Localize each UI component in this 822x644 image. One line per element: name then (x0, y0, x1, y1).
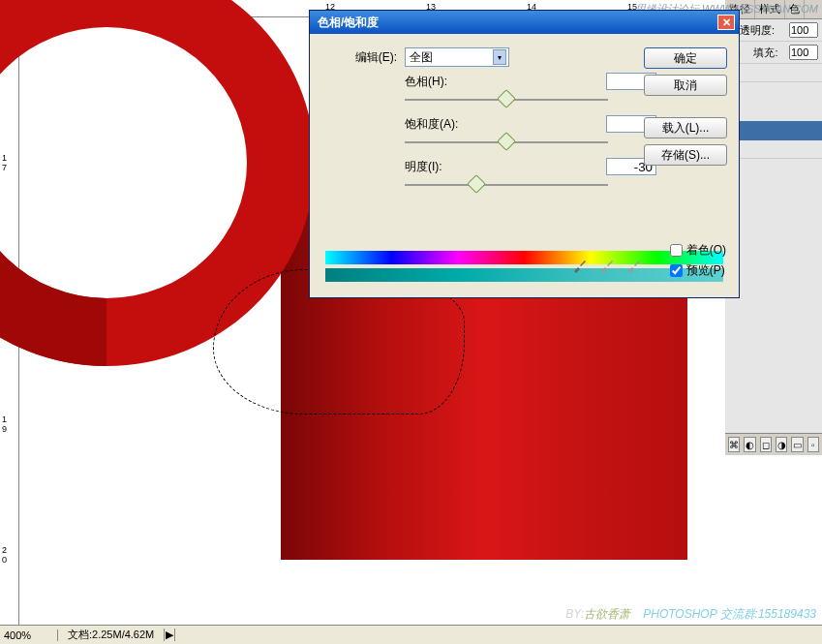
cancel-button[interactable]: 取消 (644, 75, 727, 96)
edit-label: 编辑(E): (321, 49, 397, 66)
layer-item[interactable]: 4 (725, 140, 822, 159)
edit-dropdown-value: 全图 (410, 49, 433, 66)
folder-icon[interactable]: ▭ (791, 437, 803, 452)
saturation-label: 饱和度(A): (405, 116, 458, 133)
chevron-down-icon: ▾ (493, 49, 506, 65)
panel-footer-icons[interactable]: ⌘ ◐ ◻ ◑ ▭ ▫ (725, 433, 822, 455)
saturation-slider[interactable] (405, 135, 608, 150)
dialog-titlebar[interactable]: 色相/饱和度 ✕ (310, 11, 739, 34)
status-bar: 400% 文档:2.25M/4.62M ▶ (0, 625, 822, 644)
adjust-icon[interactable]: ◑ (776, 437, 787, 452)
load-button[interactable]: 载入(L)... (644, 117, 727, 138)
doc-size: 文档:2.25M/4.62M (58, 628, 164, 642)
opacity-input[interactable] (789, 22, 818, 38)
new-icon[interactable]: ▫ (807, 437, 819, 452)
eyedropper-minus-icon[interactable] (625, 257, 643, 274)
layer-item[interactable]: 3 (725, 64, 822, 82)
spectrum-bars (325, 251, 723, 282)
hue-spectrum (325, 251, 723, 264)
output-spectrum (325, 268, 723, 282)
hue-saturation-dialog: 色相/饱和度 ✕ 编辑(E): 全图 ▾ 色相(H): 饱和度(A): (309, 10, 740, 298)
zoom-level[interactable]: 400% (0, 629, 58, 641)
edit-dropdown[interactable]: 全图 ▾ (405, 47, 509, 67)
layer-item-selected[interactable]: 5 (725, 121, 822, 140)
close-icon: ✕ (722, 16, 731, 29)
hue-slider-thumb[interactable] (497, 89, 516, 108)
eyedropper-icon[interactable] (571, 257, 589, 274)
fx-icon[interactable]: ◐ (744, 437, 755, 452)
ok-button[interactable]: 确定 (644, 47, 727, 69)
fill-label: 填充: (753, 46, 777, 60)
preview-checkbox[interactable]: 预览(P) (670, 262, 726, 279)
layers-panel[interactable]: 路径 样式 色 不透明度: 🔒 填充: 3 5 4 ⌘ ◐ ◻ ◑ ▭ ▫ (725, 0, 822, 455)
hue-slider[interactable] (405, 92, 608, 107)
credits-text: BY:古欲香萧 PHOTOSHOP 交流群:155189433 (565, 606, 816, 623)
saturation-slider-thumb[interactable] (497, 132, 516, 151)
link-icon[interactable]: ⌘ (728, 437, 740, 452)
lightness-label: 明度(I): (405, 159, 442, 175)
hue-label: 色相(H): (405, 74, 447, 90)
lightness-slider-thumb[interactable] (467, 174, 486, 194)
dialog-title: 色相/饱和度 (318, 15, 379, 31)
close-button[interactable]: ✕ (717, 15, 735, 30)
colorize-checkbox-input[interactable] (670, 244, 683, 257)
eyedropper-plus-icon[interactable] (598, 257, 616, 274)
lightness-slider[interactable] (405, 177, 608, 193)
preview-checkbox-input[interactable] (670, 264, 683, 277)
colorize-checkbox[interactable]: 着色(O) (670, 242, 726, 259)
save-button[interactable]: 存储(S)... (644, 144, 727, 166)
mask-icon[interactable]: ◻ (760, 437, 772, 452)
status-arrow-icon[interactable]: ▶ (164, 629, 175, 641)
fill-input[interactable] (789, 45, 818, 60)
